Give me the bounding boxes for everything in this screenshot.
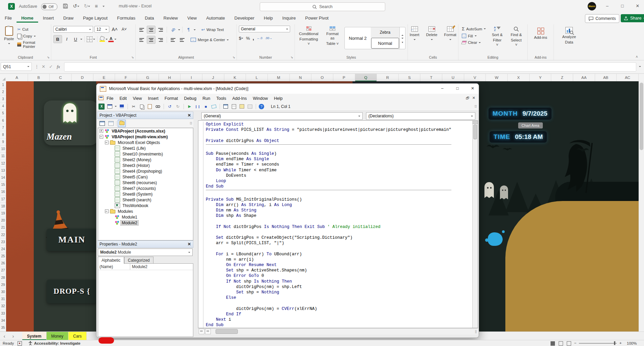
prev-sheet-icon[interactable]: ‹ (0, 333, 9, 339)
row-header-27[interactable]: 27 (0, 267, 6, 274)
sheet-tab-cars[interactable]: Cars (68, 332, 87, 340)
formula-input[interactable] (64, 62, 636, 71)
fill-dropdown-icon[interactable] (106, 39, 108, 41)
undo-button[interactable]: ↺ (73, 3, 79, 9)
ribbon-tab-formulas[interactable]: Formulas (112, 13, 140, 23)
insert-function-icon[interactable]: fx (55, 62, 62, 71)
vba-menu-format[interactable]: Format (162, 96, 181, 101)
project-tree-item[interactable]: Sheet9 (search) (98, 197, 193, 203)
row-header-7[interactable]: 7 (0, 124, 6, 131)
toolbar-options-icon[interactable]: ⍗ (475, 105, 477, 109)
project-explorer-icon[interactable] (223, 104, 229, 110)
close-button[interactable]: ✕ (634, 3, 641, 8)
namebox-splitter[interactable]: ⋮ (33, 62, 40, 71)
minimize-button[interactable]: – (604, 3, 611, 8)
vba-save-icon[interactable] (119, 104, 125, 110)
addins-button[interactable]: Add-ins (530, 27, 552, 40)
collapse-icon[interactable] (105, 141, 109, 144)
properties-close-icon[interactable]: ✕ (188, 242, 191, 247)
increase-indent-button[interactable] (178, 36, 186, 44)
main-button[interactable]: MAIN (47, 229, 97, 251)
project-close-icon[interactable]: ✕ (188, 113, 191, 118)
clipboard-dialog-launcher[interactable]: ⇘ (47, 56, 50, 59)
project-tree-item[interactable]: Modules (98, 208, 193, 214)
collapse-ribbon-icon[interactable]: ˄ (636, 55, 638, 59)
ribbon-tab-page-layout[interactable]: Page Layout (78, 13, 112, 23)
drops-button[interactable]: DROP-S { (47, 280, 97, 303)
ribbon-tab-help[interactable]: Help (259, 13, 278, 23)
user-avatar[interactable]: Mazen (588, 2, 596, 10)
column-header-X[interactable]: X (508, 74, 530, 81)
accounting-format-button[interactable]: $ (239, 36, 243, 41)
column-header-M[interactable]: M (268, 74, 290, 81)
row-header-28[interactable]: 28 (0, 274, 6, 281)
panel-splitter[interactable] (193, 111, 198, 338)
ribbon-tab-power-pivot[interactable]: Power Pivot (301, 13, 333, 23)
row-header-16[interactable]: 16 (0, 189, 6, 196)
ribbon-tab-insert[interactable]: Insert (38, 13, 59, 23)
analyze-data-button[interactable]: AnalyzeData (556, 26, 582, 45)
scrollbar-thumb[interactable] (640, 83, 643, 150)
properties-window-icon[interactable] (231, 104, 237, 110)
row-header-20[interactable]: 20 (0, 217, 6, 224)
ribbon-tab-data[interactable]: Data (140, 13, 159, 23)
accessibility-status[interactable]: Accessibility: Investigate (28, 341, 80, 345)
cut-button[interactable]: ✂Cut (16, 26, 49, 32)
row-header-15[interactable]: 15 (0, 181, 6, 189)
row-headers[interactable]: 1234567891011121314151617181920212223242… (0, 81, 6, 331)
properties-tab-alphabetic[interactable]: Alphabetic (98, 257, 124, 264)
project-tree-item[interactable]: Sheet3 (Histor) (98, 163, 193, 168)
fill-color-button[interactable] (100, 36, 105, 42)
search-input[interactable]: Search (260, 2, 385, 11)
properties-grid[interactable]: (Name)Module2 (98, 263, 193, 337)
insert-cells-button[interactable]: ←Insert (408, 26, 421, 42)
vba-menu-edit[interactable]: Edit (116, 96, 130, 101)
row-header-6[interactable]: 6 (0, 117, 6, 124)
project-tree-item[interactable]: Sheet10 (investments) (98, 151, 193, 157)
vba-cut-icon[interactable]: ✂ (131, 104, 137, 110)
font-color-dropdown-icon[interactable] (114, 39, 116, 41)
property-row[interactable]: (Name)Module2 (98, 264, 193, 270)
vba-menu-view[interactable]: View (130, 96, 145, 101)
column-header-T[interactable]: T (420, 74, 442, 81)
expand-icon[interactable] (100, 129, 103, 133)
wrap-text-button[interactable]: ↩Wrap Text (200, 27, 225, 33)
vba-menu-tools[interactable]: Tools (213, 96, 229, 101)
autosum-button[interactable]: ΣAutoSum (460, 26, 487, 32)
project-tree-item[interactable]: Sheet6 (recourses) (98, 180, 193, 185)
column-header-C[interactable]: C (50, 74, 72, 81)
insert-dropdown-icon[interactable] (115, 106, 117, 108)
zoom-level[interactable]: 100% (627, 341, 637, 345)
row-header-13[interactable]: 13 (0, 167, 6, 174)
row-header-9[interactable]: 9 (0, 139, 6, 146)
column-header-H[interactable]: H (159, 74, 181, 81)
vba-menu-debug[interactable]: Debug (181, 96, 199, 101)
row-header-33[interactable]: 33 (0, 310, 6, 317)
column-header-K[interactable]: K (224, 74, 246, 81)
code-vertical-scrollbar[interactable] (472, 121, 478, 328)
sort-filter-button[interactable]: AZ Sort &Filter ˅ (489, 26, 505, 48)
ribbon-tab-view[interactable]: View (183, 13, 201, 23)
macro-record-icon[interactable] (18, 341, 22, 346)
align-center-button[interactable] (147, 36, 156, 44)
ribbon-tab-draw[interactable]: Draw (59, 13, 78, 23)
zoom-in-icon[interactable]: + (619, 341, 622, 345)
column-header-Q[interactable]: Q (355, 74, 377, 81)
procedure-dropdown[interactable]: (Declarations) (366, 112, 475, 120)
project-tree-item[interactable]: Sheet7 (Accounts) (98, 185, 193, 191)
fill-button[interactable]: ↓Fill (460, 33, 487, 39)
ribbon-tab-review[interactable]: Review (159, 13, 183, 23)
borders-dropdown-icon[interactable] (93, 39, 95, 41)
project-tree-item[interactable]: VBAProject (Accounts.xlsx) (98, 128, 193, 134)
column-header-J[interactable]: J (202, 74, 224, 81)
collapse-icon[interactable] (105, 209, 109, 213)
column-header-N[interactable]: N (290, 74, 312, 81)
conditional-formatting-button[interactable]: ConditionalFormatting ˅ (297, 26, 320, 47)
row-header-11[interactable]: 11 (0, 153, 6, 160)
zoom-slider[interactable] (579, 343, 617, 344)
project-toolbar-options-icon[interactable]: ⍗ (190, 121, 192, 125)
redo-button[interactable]: ↻ (84, 3, 90, 9)
row-header-34[interactable]: 34 (0, 317, 6, 324)
align-left-button[interactable] (138, 36, 146, 44)
project-tree-item[interactable]: Sheet1 (Life) (98, 145, 193, 151)
